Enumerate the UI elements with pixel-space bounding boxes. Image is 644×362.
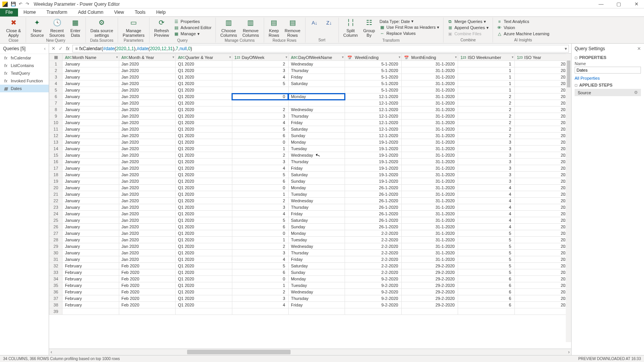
table-row[interactable]: 3JanuaryJan 2020Q1 20204Friday5-1-202031… <box>49 74 571 80</box>
minimize-button[interactable]: — <box>596 1 606 7</box>
table-row[interactable]: 26JanuaryJan 2020Q1 20206Sunday26-1-2020… <box>49 224 571 230</box>
table-row[interactable]: 22JanuaryJan 2020Q1 20202Wednesday26-1-2… <box>49 198 571 204</box>
step-source[interactable]: Source⚙ <box>575 89 641 96</box>
advanced-editor-button[interactable]: ▤Advanced Editor <box>174 25 212 31</box>
append-queries-button[interactable]: ⊞Append Queries ▾ <box>447 25 489 31</box>
table-row[interactable]: 30JanuaryJan 2020Q1 20203Thursday2-2-202… <box>49 250 571 256</box>
scroll-right-icon[interactable]: › <box>568 349 570 355</box>
tab-help[interactable]: Help <box>151 8 171 16</box>
recent-sources-button[interactable]: 🕓Recent Sources <box>47 18 67 38</box>
table-row[interactable]: 39 <box>49 308 571 315</box>
column-filter-icon[interactable]: ▾ <box>512 55 514 59</box>
new-source-button[interactable]: ✦New Source <box>28 18 46 38</box>
table-row[interactable]: 24JanuaryJan 2020Q1 20204Friday26-1-2020… <box>49 211 571 217</box>
merge-queries-button[interactable]: ⧉Merge Queries ▾ <box>447 18 489 25</box>
group-by-button[interactable]: ☷Group By <box>361 18 377 38</box>
formula-dropdown-icon[interactable]: ▾ <box>565 46 567 51</box>
column-header-month-name[interactable]: ABC Month Name▾ <box>62 54 119 61</box>
table-row[interactable]: 37FebruaryFeb 2020Q1 20203Thursday9-2-20… <box>49 295 571 302</box>
table-row[interactable]: 15JanuaryJan 2020Q1 20202Wednesday19-1-2… <box>49 152 571 159</box>
tab-file[interactable]: File <box>0 8 18 16</box>
column-filter-icon[interactable]: ▾ <box>172 55 174 59</box>
close-settings-icon[interactable]: ✕ <box>637 46 641 51</box>
column-header-dayofweekname[interactable]: ABC DayOfWeekName▾ <box>288 54 345 61</box>
table-row[interactable]: 8JanuaryJan 2020Q1 20202Wednesday12-1-20… <box>49 106 571 113</box>
column-filter-icon[interactable]: ▾ <box>455 55 457 59</box>
tab-home[interactable]: Home <box>18 8 41 16</box>
table-corner[interactable]: ▦ <box>49 54 62 61</box>
close-button[interactable]: ✕ <box>631 1 642 7</box>
aml-button[interactable]: △Azure Machine Learning <box>497 31 549 37</box>
formula-input[interactable]: = fxCalendar(#date(2020, 1, 1), #date(20… <box>72 45 569 52</box>
table-row[interactable]: 6JanuaryJan 2020Q1 20200Monday12-1-20203… <box>49 93 571 100</box>
table-row[interactable]: 2JanuaryJan 2020Q1 20203Thursday5-1-2020… <box>49 67 571 74</box>
replace-values-button[interactable]: ↔Replace Values <box>380 30 439 36</box>
accept-formula-icon[interactable]: ✓ <box>59 46 63 51</box>
redo-icon[interactable]: ↷ <box>25 2 30 7</box>
column-header-iso-weeknumber[interactable]: 123 ISO Weeknumber▾ <box>458 54 514 61</box>
table-row[interactable]: 17JanuaryJan 2020Q1 20204Friday19-1-2020… <box>49 165 571 172</box>
horizontal-scrollbar[interactable]: ‹ › <box>49 349 571 355</box>
query-item-fxcalendar[interactable]: fxfxCalendar <box>0 54 49 62</box>
column-filter-icon[interactable]: ▾ <box>229 55 231 59</box>
column-filter-icon[interactable]: ▾ <box>286 55 288 59</box>
table-row[interactable]: 16JanuaryJan 2020Q1 20203Thursday19-1-20… <box>49 159 571 165</box>
tab-add-column[interactable]: Add Column <box>73 8 109 16</box>
sort-desc-button[interactable]: Z↓ <box>322 18 336 29</box>
collapse-queries-icon[interactable]: ‹ <box>44 46 46 51</box>
data-grid[interactable]: ▦ABC Month Name▾ABC Month & Year▾ABC Qua… <box>49 54 571 355</box>
manage-parameters-button[interactable]: ▭Manage Parameters <box>120 18 147 38</box>
table-row[interactable]: 32FebruaryFeb 2020Q1 20205Saturday2-2-20… <box>49 263 571 269</box>
column-filter-icon[interactable]: ▾ <box>399 55 401 59</box>
refresh-preview-button[interactable]: ⟳Refresh Preview <box>152 18 171 38</box>
table-row[interactable]: 11JanuaryJan 2020Q1 20205Saturday12-1-20… <box>49 126 571 133</box>
vision-button[interactable]: 👁Vision <box>497 25 549 31</box>
tab-transform[interactable]: Transform <box>41 8 72 16</box>
table-row[interactable]: 29JanuaryJan 2020Q1 20202Wednesday2-2-20… <box>49 243 571 250</box>
table-row[interactable]: 20JanuaryJan 2020Q1 20200Monday26-1-2020… <box>49 185 571 191</box>
table-row[interactable]: 18JanuaryJan 2020Q1 20205Saturday19-1-20… <box>49 172 571 178</box>
sort-asc-button[interactable]: A↓ <box>308 18 322 29</box>
text-analytics-button[interactable]: ≡Text Analytics <box>497 18 549 25</box>
choose-columns-button[interactable]: ▥Choose Columns <box>218 18 239 38</box>
table-row[interactable]: 27JanuaryJan 2020Q1 20200Monday2-2-20203… <box>49 230 571 237</box>
first-row-headers-button[interactable]: ▦Use First Row as Headers ▾ <box>380 24 439 30</box>
maximize-button[interactable]: ▢ <box>613 1 624 7</box>
scroll-left-icon[interactable]: ‹ <box>51 349 52 355</box>
table-row[interactable]: 9JanuaryJan 2020Q1 20203Thursday12-1-202… <box>49 113 571 120</box>
column-filter-icon[interactable]: ▾ <box>116 55 118 59</box>
table-row[interactable]: 38FebruaryFeb 2020Q1 20204Friday9-2-2020… <box>49 302 571 308</box>
step-gear-icon[interactable]: ⚙ <box>634 90 638 95</box>
table-row[interactable]: 21JanuaryJan 2020Q1 20201Tuesday26-1-202… <box>49 191 571 198</box>
table-row[interactable]: 19JanuaryJan 2020Q1 20206Sunday19-1-2020… <box>49 178 571 185</box>
column-header-month-year[interactable]: ABC Month & Year▾ <box>119 54 175 61</box>
split-column-button[interactable]: ╎╎Split Column <box>341 18 360 38</box>
close-apply-button[interactable]: ✖Close & Apply <box>4 18 23 38</box>
query-item-listcontains[interactable]: fxListContains <box>0 62 49 69</box>
table-row[interactable]: 4JanuaryJan 2020Q1 20205Saturday5-1-2020… <box>49 80 571 87</box>
table-row[interactable]: 13JanuaryJan 2020Q1 20200Monday19-1-2020… <box>49 139 571 146</box>
table-row[interactable]: 1JanuaryJan 2020Q1 20202Wednesday5-1-202… <box>49 61 571 67</box>
column-header-iso-year[interactable]: 123 ISO Year▾ <box>514 54 571 61</box>
tab-view[interactable]: View <box>109 8 130 16</box>
tab-tools[interactable]: Tools <box>129 8 151 16</box>
undo-icon[interactable]: ↶ <box>18 2 23 7</box>
table-row[interactable]: 14JanuaryJan 2020Q1 20201Tuesday19-1-202… <box>49 146 571 152</box>
query-name-input[interactable] <box>575 67 641 74</box>
table-row[interactable]: 33FebruaryFeb 2020Q1 20206Sunday2-2-2020… <box>49 269 571 276</box>
query-item-dates[interactable]: ▦Dates <box>0 85 49 92</box>
fx-icon[interactable]: fx <box>66 46 69 51</box>
column-header-quarter-year[interactable]: ABC Quarter & Year▾ <box>176 54 232 61</box>
table-row[interactable]: 34FebruaryFeb 2020Q1 20200Monday9-2-2020… <box>49 276 571 282</box>
query-item-testquery[interactable]: fxTestQuery <box>0 69 49 77</box>
table-row[interactable]: 25JanuaryJan 2020Q1 20205Saturday26-1-20… <box>49 217 571 224</box>
table-row[interactable]: 28JanuaryJan 2020Q1 20201Tuesday2-2-2020… <box>49 237 571 243</box>
column-header-dayofweek[interactable]: 123 DayOfWeek▾ <box>232 54 288 61</box>
column-header-monthending[interactable]: 📅 MonthEnding▾ <box>401 54 458 61</box>
table-row[interactable]: 10JanuaryJan 2020Q1 20204Friday12-1-2020… <box>49 120 571 126</box>
table-row[interactable]: 35FebruaryFeb 2020Q1 20201Tuesday9-2-202… <box>49 282 571 289</box>
table-row[interactable]: 23JanuaryJan 2020Q1 20203Thursday26-1-20… <box>49 204 571 211</box>
query-item-invoked-function[interactable]: fxInvoked Function <box>0 77 49 85</box>
column-filter-icon[interactable]: ▾ <box>342 55 344 59</box>
cancel-formula-icon[interactable]: ✕ <box>51 46 56 51</box>
